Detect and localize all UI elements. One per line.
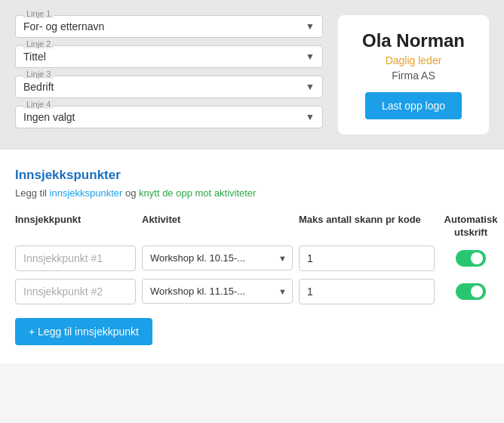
field-group-linje-1: Linje 1For- og etternavn▼ xyxy=(15,15,323,38)
field-group-linje-4: Linje 4Ingen valgt▼ xyxy=(15,106,323,128)
activity-wrapper-1: Workshop kl. 10.15-...▼ xyxy=(142,245,293,270)
add-checkpoint-button[interactable]: + Legg til innsjekkpunkt xyxy=(15,318,152,345)
section-subtitle: Legg til innsjekkspunkter og knytt de op… xyxy=(15,187,489,199)
field-label-2: Linje 2 xyxy=(23,39,54,48)
field-label-1: Linje 1 xyxy=(23,9,54,18)
header-max-scans: Maks antall skann pr kode xyxy=(299,214,435,239)
table-header: Innsjekkpunkt Aktivitet Maks antall skan… xyxy=(15,214,489,239)
section-title: Innsjekkspunkter xyxy=(15,168,489,183)
checkpoint-input-2[interactable] xyxy=(15,279,136,304)
bottom-section: Innsjekkspunkter Legg til innsjekkspunkt… xyxy=(0,150,504,363)
field-select-1[interactable]: For- og etternavn xyxy=(23,20,315,32)
subtitle-link-knytt[interactable]: knytt de opp mot aktiviteter xyxy=(139,187,256,199)
field-group-linje-3: Linje 3Bedrift▼ xyxy=(15,76,323,98)
rows-container: Workshop kl. 10.15-...▼✕Workshop kl. 11.… xyxy=(15,245,489,304)
header-activity: Aktivitet xyxy=(142,214,293,239)
field-select-2[interactable]: Tittel xyxy=(23,51,315,63)
upload-logo-button[interactable]: Last opp logo xyxy=(365,92,462,119)
table-row: Workshop kl. 11.15-...▼✕ xyxy=(15,279,489,304)
preview-name: Ola Norman xyxy=(362,30,465,51)
field-label-4: Linje 4 xyxy=(23,100,54,109)
activity-wrapper-2: Workshop kl. 11.15-...▼ xyxy=(142,279,293,304)
autoprint-toggle-wrapper-1 xyxy=(441,250,501,267)
preview-title: Daglig leder xyxy=(386,54,442,66)
table-row: Workshop kl. 10.15-...▼✕ xyxy=(15,245,489,271)
field-select-4[interactable]: Ingen valgt xyxy=(23,111,315,123)
autoprint-toggle-1[interactable] xyxy=(456,250,486,267)
preview-card: Ola Norman Daglig leder Firma AS Last op… xyxy=(338,15,489,134)
preview-company: Firma AS xyxy=(392,69,435,82)
max-scans-input-2[interactable] xyxy=(299,279,435,304)
max-scans-input-1[interactable] xyxy=(299,245,435,271)
activity-select-1[interactable]: Workshop kl. 10.15-... xyxy=(142,245,293,270)
autoprint-slider-1 xyxy=(456,250,486,267)
form-fields: Linje 1For- og etternavn▼Linje 2Tittel▼L… xyxy=(15,15,323,128)
activity-select-2[interactable]: Workshop kl. 11.15-... xyxy=(142,279,293,304)
checkpoint-input-1[interactable] xyxy=(15,245,136,271)
field-label-3: Linje 3 xyxy=(23,69,54,79)
header-checkpoint: Innsjekkpunkt xyxy=(15,214,136,239)
field-select-3[interactable]: Bedrift xyxy=(23,81,315,93)
subtitle-link-innsjekkspunkter[interactable]: innsjekkspunkter xyxy=(50,187,123,199)
header-autoprint: Automatiskutskrift xyxy=(441,214,501,239)
field-group-linje-2: Linje 2Tittel▼ xyxy=(15,45,323,68)
autoprint-slider-2 xyxy=(456,283,486,300)
autoprint-toggle-wrapper-2 xyxy=(441,283,501,300)
autoprint-toggle-2[interactable] xyxy=(456,283,486,300)
top-section: Linje 1For- og etternavn▼Linje 2Tittel▼L… xyxy=(0,0,504,150)
